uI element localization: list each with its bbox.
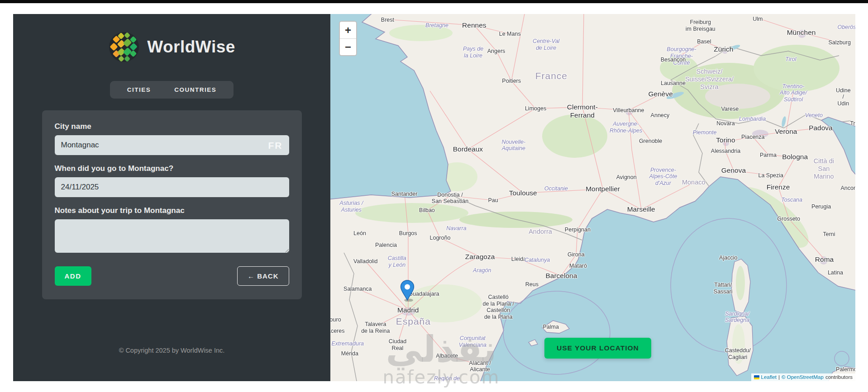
- map-label: Reus: [525, 281, 539, 288]
- map-label: Basel: [697, 38, 711, 45]
- map-label: Barcelona: [545, 272, 577, 280]
- map[interactable]: BrestBretagneRennesLe MansAngersPays de …: [330, 14, 855, 381]
- map-label: Occitanie: [544, 185, 568, 192]
- map-label: Palermo: [836, 366, 855, 373]
- nav-countries[interactable]: COUNTRIES: [174, 86, 216, 93]
- map-label: Castelló de la Plana / Castellón de la P…: [482, 293, 514, 320]
- visit-date-input[interactable]: [55, 177, 289, 197]
- map-label: Bretagne: [425, 22, 448, 29]
- city-name-label: City name: [55, 122, 289, 131]
- app-container: WorldWise CITIES COUNTRIES City name FR …: [13, 14, 855, 381]
- leaflet-link[interactable]: Leaflet: [761, 374, 777, 380]
- add-button[interactable]: ADD: [55, 266, 91, 286]
- app-title: WorldWise: [147, 38, 235, 57]
- map-label: Mataró: [569, 263, 587, 269]
- map-label: München: [787, 28, 816, 36]
- map-label: Rennes: [462, 21, 486, 29]
- map-label: Palencia: [375, 241, 397, 248]
- attribution-contributors: contributors: [825, 374, 853, 380]
- map-label: Roma: [815, 255, 834, 264]
- logo[interactable]: WorldWise: [108, 31, 235, 63]
- map-label: Città di San Marino: [808, 157, 840, 180]
- map-label: Logroño: [430, 235, 451, 241]
- map-label: Zaragoza: [465, 253, 495, 261]
- visit-date-label: When did you go to Montagnac?: [55, 164, 289, 173]
- map-label: Grenoble: [639, 138, 662, 145]
- map-label: Cáceres: [330, 327, 344, 334]
- map-label: Parma: [760, 151, 777, 158]
- map-label: Brest: [381, 17, 394, 24]
- map-label: Bologna: [782, 153, 808, 161]
- map-label: España: [396, 316, 431, 327]
- map-label: Terni: [823, 231, 835, 238]
- map-label: Villeurbanne: [613, 107, 644, 113]
- map-label: Burgos: [399, 230, 417, 236]
- map-label: Bourgogne- Franche- Comté: [667, 46, 696, 66]
- osm-link[interactable]: © OpenStreetMap: [782, 374, 824, 380]
- visit-date-field: When did you go to Montagnac?: [55, 164, 289, 197]
- map-label: Sardigna/ Sardegna: [725, 311, 749, 324]
- map-label: Poitiers: [502, 77, 521, 84]
- map-label: Casteddu/ Cagliari: [725, 347, 751, 361]
- map-label: Perpignan: [565, 226, 591, 233]
- map-label: Latina: [828, 269, 843, 276]
- map-label: Freiburg im Breisgau: [686, 19, 715, 33]
- map-label: Castilla y León: [388, 255, 406, 269]
- form-buttons: ADD ← BACK: [55, 266, 289, 286]
- map-label: Le Mans: [499, 30, 521, 37]
- map-label: Limoges: [525, 105, 546, 112]
- map-label: Zürich: [714, 45, 733, 53]
- map-label: Angers: [487, 48, 506, 55]
- page: WorldWise CITIES COUNTRIES City name FR …: [0, 0, 868, 392]
- main-nav: CITIES COUNTRIES: [110, 81, 234, 99]
- map-label: Pays de la Loire: [463, 46, 483, 60]
- map-label: Verona: [775, 128, 797, 136]
- map-label: Trieste: [850, 120, 855, 127]
- map-label: Padova: [809, 124, 833, 132]
- map-label: Piemonte: [693, 129, 717, 136]
- country-code-badge: FR: [268, 140, 283, 151]
- map-label: La Spezia: [758, 172, 783, 179]
- map-label: Girona: [568, 251, 585, 258]
- attribution-separator: |: [778, 374, 780, 380]
- map-label: Annecy: [651, 112, 670, 119]
- map-label: Trentino- Alto Adige/ Südtirol: [780, 83, 807, 103]
- map-label: Lausanne: [661, 80, 686, 86]
- map-label: Auvergne- Rhône-Alpes: [610, 121, 642, 134]
- map-label: Pau: [488, 197, 498, 203]
- map-label: Catalunya: [525, 257, 550, 264]
- zoom-out-button[interactable]: −: [340, 38, 356, 55]
- map-label: Veneto: [805, 112, 823, 119]
- map-attribution: Leaflet | © OpenStreetMap contributors: [751, 373, 855, 381]
- city-name-input[interactable]: [55, 135, 289, 155]
- map-label: Centre-Val de Loire: [533, 38, 559, 52]
- map-marker-madrid[interactable]: [400, 280, 415, 302]
- nav-cities[interactable]: CITIES: [127, 86, 151, 93]
- map-label: Extremadura: [331, 340, 364, 347]
- map-label: Salzburg: [829, 39, 851, 46]
- map-label: Mérida: [341, 350, 358, 357]
- map-label: Novara: [716, 120, 734, 127]
- map-label: Schweiz/ Suisse/Svizzera/ Svizra: [685, 68, 734, 91]
- map-label: Alessandria: [711, 148, 740, 155]
- map-label: Lombardia: [739, 116, 766, 123]
- notes-textarea[interactable]: [55, 219, 289, 253]
- zoom-in-button[interactable]: +: [340, 22, 356, 38]
- map-label: Genova: [721, 166, 746, 175]
- use-your-location-button[interactable]: USE YOUR LOCATION: [544, 338, 651, 359]
- map-label: Tàttari/ Sassari: [714, 282, 733, 296]
- map-label: Douro: [330, 316, 341, 323]
- map-label: Varese: [721, 106, 739, 113]
- map-label: Albacete: [436, 353, 458, 359]
- map-label: Avignon: [616, 174, 637, 181]
- ukraine-flag-icon: [754, 375, 759, 379]
- map-label: Ulm: [753, 15, 763, 22]
- map-label: Asturias / Asturies: [339, 200, 363, 214]
- copyright: © Copyright 2025 by WorldWise Inc.: [119, 347, 225, 366]
- map-label: Ciudad Real: [389, 339, 407, 352]
- add-city-form: City name FR When did you go to Montagna…: [42, 110, 302, 299]
- map-label: Bordeaux: [453, 145, 483, 153]
- back-button[interactable]: ← BACK: [237, 266, 289, 286]
- map-label: Perugia: [811, 203, 831, 210]
- map-label: Piacenza: [741, 134, 764, 141]
